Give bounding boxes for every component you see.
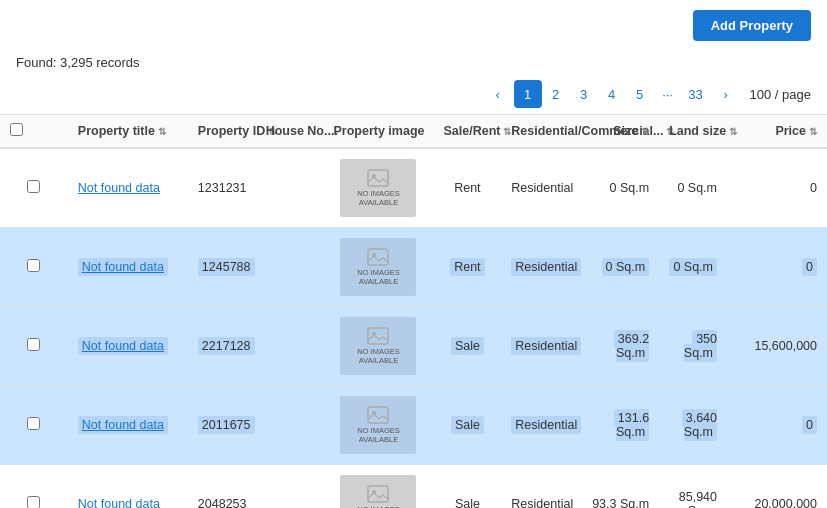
property-title-cell: Not found data [68,148,188,228]
pagination-page-33[interactable]: 33 [682,80,710,108]
property-title-cell: Not found data [68,465,188,509]
per-page-label: 100 / page [750,87,811,102]
property-title-cell: Not found data [68,386,188,465]
size-cell: 131.6 Sq.m [569,386,659,465]
col-header-price[interactable]: Price⇅ [727,115,827,148]
sort-icon-land_size: ⇅ [729,126,737,137]
pagination-page-2[interactable]: 2 [542,80,570,108]
land-size-cell: 3,640 Sq.m [659,386,727,465]
property-title-link[interactable]: Not found data [78,416,168,434]
property-image-cell: NO IMAGESAVAILABLE [323,465,433,509]
select-all-checkbox[interactable] [10,123,23,136]
pagination-page-3[interactable]: 3 [570,80,598,108]
pagination-page-1[interactable]: 1 [514,80,542,108]
row-checkbox[interactable] [27,180,40,193]
row-checkbox[interactable] [27,338,40,351]
property-title-link[interactable]: Not found data [78,258,168,276]
row-checkbox[interactable] [27,259,40,272]
res-comm-cell: Residential [501,148,569,228]
sale-rent-cell: Sale [433,465,501,509]
sort-icon-sale_rent: ⇅ [503,126,511,137]
col-header-res_comm[interactable]: Residential/Commercial...⇅ [501,115,569,148]
svg-rect-0 [368,170,388,186]
table-row: Not found data2048253NO IMAGESAVAILABLES… [0,465,827,509]
add-property-button[interactable]: Add Property [693,10,811,41]
found-records: Found: 3,295 records [0,51,827,76]
row-checkbox-cell [0,465,68,509]
table-row: Not found data1231231NO IMAGESAVAILABLER… [0,148,827,228]
col-header-sale_rent[interactable]: Sale/Rent⇅ [433,115,501,148]
house-no-cell [256,228,324,307]
sale-rent-cell: Sale [433,307,501,386]
property-id-cell: 2011675 [188,386,256,465]
property-image-cell: NO IMAGESAVAILABLE [323,228,433,307]
sort-icon-price: ⇅ [809,126,817,137]
land-size-cell: 0 Sq.m [659,148,727,228]
top-bar: Add Property [0,0,827,51]
svg-rect-4 [368,328,388,344]
row-checkbox[interactable] [27,496,40,508]
property-id-cell: 2217128 [188,307,256,386]
row-checkbox-cell [0,307,68,386]
table-row: Not found data2217128NO IMAGESAVAILABLES… [0,307,827,386]
price-cell: 20,000,000 [727,465,827,509]
pagination-page-···[interactable]: ··· [654,80,682,108]
svg-rect-6 [368,407,388,423]
pagination-prev[interactable]: ‹ [484,80,512,108]
property-title-link[interactable]: Not found data [78,497,160,508]
size-cell: 369.2 Sq.m [569,307,659,386]
sale-rent-cell: Rent [433,228,501,307]
sort-icon-title: ⇅ [158,126,166,137]
size-cell: 0 Sq.m [569,228,659,307]
size-cell: 0 Sq.m [569,148,659,228]
property-title-cell: Not found data [68,307,188,386]
house-no-cell [256,307,324,386]
col-header-title[interactable]: Property title⇅ [68,115,188,148]
sale-rent-cell: Rent [433,148,501,228]
sale-rent-cell: Sale [433,386,501,465]
table-container: Property title⇅Property ID⇅House No....P… [0,114,827,508]
property-id-cell: 1231231 [188,148,256,228]
land-size-cell: 85,940 Sq.m [659,465,727,509]
res-comm-cell: Residential [501,228,569,307]
price-cell: 0 [727,148,827,228]
col-header-prop_id[interactable]: Property ID⇅ [188,115,256,148]
pagination-page-5[interactable]: 5 [626,80,654,108]
property-image-cell: NO IMAGESAVAILABLE [323,386,433,465]
res-comm-cell: Residential [501,307,569,386]
pagination-page-4[interactable]: 4 [598,80,626,108]
property-title-cell: Not found data [68,228,188,307]
property-title-link[interactable]: Not found data [78,181,160,195]
svg-rect-2 [368,249,388,265]
res-comm-cell: Residential [501,386,569,465]
property-id-cell: 2048253 [188,465,256,509]
property-image-cell: NO IMAGESAVAILABLE [323,148,433,228]
house-no-cell [256,465,324,509]
col-header-image: Property image [323,115,433,148]
row-checkbox-cell [0,386,68,465]
col-header-land_size[interactable]: Land size⇅ [659,115,727,148]
svg-rect-8 [368,486,388,502]
col-header-house_no: House No.... [256,115,324,148]
property-id-cell: 1245788 [188,228,256,307]
house-no-cell [256,386,324,465]
land-size-cell: 350 Sq.m [659,307,727,386]
pagination-next[interactable]: › [712,80,740,108]
property-title-link[interactable]: Not found data [78,337,168,355]
property-image-cell: NO IMAGESAVAILABLE [323,307,433,386]
price-cell: 0 [727,386,827,465]
row-checkbox-cell [0,148,68,228]
size-cell: 93.3 Sq.m [569,465,659,509]
price-cell: 0 [727,228,827,307]
table-row: Not found data2011675NO IMAGESAVAILABLES… [0,386,827,465]
pagination: ‹ 12345···33 › 100 / page [0,76,827,114]
res-comm-cell: Residential [501,465,569,509]
col-header-checkbox [0,115,68,148]
property-table: Property title⇅Property ID⇅House No....P… [0,115,827,508]
sort-icon-size: ⇅ [641,126,649,137]
house-no-cell [256,148,324,228]
row-checkbox-cell [0,228,68,307]
land-size-cell: 0 Sq.m [659,228,727,307]
table-row: Not found data1245788NO IMAGESAVAILABLER… [0,228,827,307]
row-checkbox[interactable] [27,417,40,430]
